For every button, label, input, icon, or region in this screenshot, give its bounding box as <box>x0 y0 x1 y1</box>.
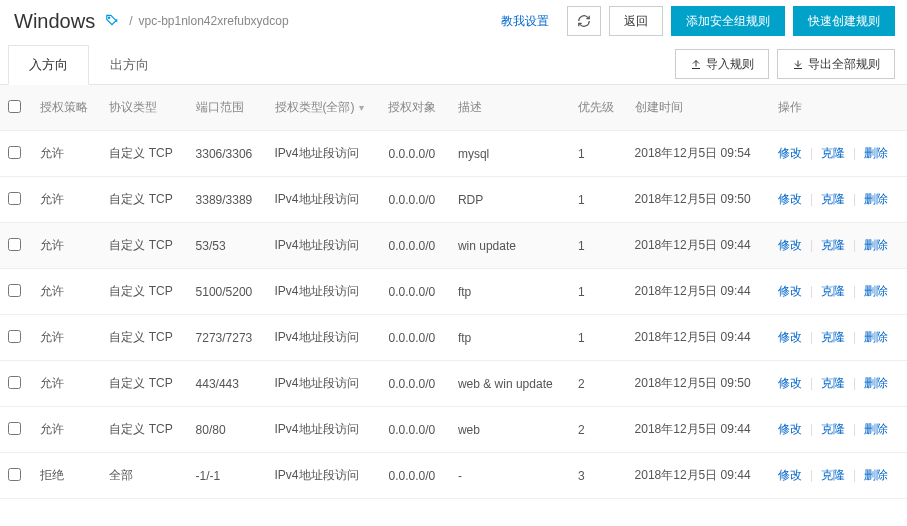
op-modify[interactable]: 修改 <box>778 376 802 390</box>
op-modify[interactable]: 修改 <box>778 238 802 252</box>
tabs-row: 入方向 出方向 导入规则 导出全部规则 <box>0 44 907 85</box>
cell-desc: web & win update <box>450 361 570 407</box>
col-authtype[interactable]: 授权类型(全部)▾ <box>267 85 381 131</box>
svg-point-0 <box>109 16 110 17</box>
cell-port: 5100/5200 <box>188 269 267 315</box>
tab-inbound[interactable]: 入方向 <box>8 45 89 85</box>
op-modify[interactable]: 修改 <box>778 468 802 482</box>
cell-priority: 3 <box>570 453 626 499</box>
op-clone[interactable]: 克隆 <box>821 284 845 298</box>
cell-port: 443/443 <box>188 361 267 407</box>
cell-protocol: 自定义 TCP <box>101 177 187 223</box>
cell-desc: mysql <box>450 131 570 177</box>
op-delete[interactable]: 删除 <box>864 192 888 206</box>
cell-protocol: 自定义 TCP <box>101 407 187 453</box>
cell-priority: 1 <box>570 315 626 361</box>
quick-create-button[interactable]: 快速创建规则 <box>793 6 895 36</box>
export-rules-button[interactable]: 导出全部规则 <box>777 49 895 79</box>
refresh-icon <box>577 14 591 28</box>
op-delete[interactable]: 删除 <box>864 376 888 390</box>
cell-created: 2018年12月5日 09:44 <box>627 407 770 453</box>
op-clone[interactable]: 克隆 <box>821 192 845 206</box>
cell-policy: 拒绝 <box>32 453 101 499</box>
cell-created: 2018年12月5日 09:44 <box>627 453 770 499</box>
cell-ops: 修改|克隆|删除 <box>770 453 907 499</box>
cell-object: 0.0.0.0/0 <box>380 131 449 177</box>
table-row: 允许自定义 TCP7273/7273IPv4地址段访问0.0.0.0/0ftp1… <box>0 315 907 361</box>
op-delete[interactable]: 删除 <box>864 468 888 482</box>
cell-authtype: IPv4地址段访问 <box>267 315 381 361</box>
op-clone[interactable]: 克隆 <box>821 422 845 436</box>
export-rules-label: 导出全部规则 <box>808 56 880 73</box>
teach-me-link[interactable]: 教我设置 <box>501 13 549 30</box>
col-desc: 描述 <box>450 85 570 131</box>
col-protocol: 协议类型 <box>101 85 187 131</box>
add-rule-button[interactable]: 添加安全组规则 <box>671 6 785 36</box>
cell-policy: 允许 <box>32 361 101 407</box>
cell-created: 2018年12月5日 09:50 <box>627 177 770 223</box>
op-delete[interactable]: 删除 <box>864 422 888 436</box>
row-checkbox[interactable] <box>8 376 21 389</box>
table-row: 允许自定义 TCP3306/3306IPv4地址段访问0.0.0.0/0mysq… <box>0 131 907 177</box>
cell-object: 0.0.0.0/0 <box>380 269 449 315</box>
cell-authtype: IPv4地址段访问 <box>267 223 381 269</box>
cell-created: 2018年12月5日 09:44 <box>627 269 770 315</box>
row-checkbox[interactable] <box>8 192 21 205</box>
row-checkbox[interactable] <box>8 468 21 481</box>
select-all-checkbox[interactable] <box>8 100 21 113</box>
cell-authtype: IPv4地址段访问 <box>267 131 381 177</box>
cell-desc: ftp <box>450 269 570 315</box>
op-modify[interactable]: 修改 <box>778 146 802 160</box>
cell-object: 0.0.0.0/0 <box>380 177 449 223</box>
op-modify[interactable]: 修改 <box>778 422 802 436</box>
cell-policy: 允许 <box>32 315 101 361</box>
import-rules-button[interactable]: 导入规则 <box>675 49 769 79</box>
page-title: Windows <box>14 10 95 33</box>
rules-table: 授权策略 协议类型 端口范围 授权类型(全部)▾ 授权对象 描述 优先级 创建时… <box>0 85 907 499</box>
cell-created: 2018年12月5日 09:44 <box>627 223 770 269</box>
col-priority: 优先级 <box>570 85 626 131</box>
op-modify[interactable]: 修改 <box>778 284 802 298</box>
table-row: 拒绝全部-1/-1IPv4地址段访问0.0.0.0/0-32018年12月5日 … <box>0 453 907 499</box>
op-delete[interactable]: 删除 <box>864 284 888 298</box>
cell-policy: 允许 <box>32 131 101 177</box>
refresh-button[interactable] <box>567 6 601 36</box>
cell-object: 0.0.0.0/0 <box>380 361 449 407</box>
op-delete[interactable]: 删除 <box>864 330 888 344</box>
op-clone[interactable]: 克隆 <box>821 468 845 482</box>
op-modify[interactable]: 修改 <box>778 192 802 206</box>
cell-protocol: 全部 <box>101 453 187 499</box>
table-row: 允许自定义 TCP53/53IPv4地址段访问0.0.0.0/0win upda… <box>0 223 907 269</box>
cell-authtype: IPv4地址段访问 <box>267 177 381 223</box>
cell-policy: 允许 <box>32 269 101 315</box>
back-button[interactable]: 返回 <box>609 6 663 36</box>
col-object: 授权对象 <box>380 85 449 131</box>
cell-authtype: IPv4地址段访问 <box>267 407 381 453</box>
breadcrumb-vpc[interactable]: vpc-bp1nlon42xrefubxydcop <box>138 14 288 28</box>
op-delete[interactable]: 删除 <box>864 238 888 252</box>
cell-desc: RDP <box>450 177 570 223</box>
row-checkbox[interactable] <box>8 330 21 343</box>
cell-desc: ftp <box>450 315 570 361</box>
cell-priority: 2 <box>570 407 626 453</box>
row-checkbox[interactable] <box>8 238 21 251</box>
op-clone[interactable]: 克隆 <box>821 330 845 344</box>
row-checkbox[interactable] <box>8 146 21 159</box>
cell-priority: 1 <box>570 131 626 177</box>
col-created: 创建时间 <box>627 85 770 131</box>
op-modify[interactable]: 修改 <box>778 330 802 344</box>
op-clone[interactable]: 克隆 <box>821 376 845 390</box>
table-row: 允许自定义 TCP80/80IPv4地址段访问0.0.0.0/0web22018… <box>0 407 907 453</box>
tag-icon[interactable] <box>105 13 119 30</box>
op-delete[interactable]: 删除 <box>864 146 888 160</box>
row-checkbox[interactable] <box>8 284 21 297</box>
op-clone[interactable]: 克隆 <box>821 238 845 252</box>
download-icon <box>792 58 804 70</box>
op-clone[interactable]: 克隆 <box>821 146 845 160</box>
direction-tabs: 入方向 出方向 <box>8 44 170 84</box>
page-header: Windows / vpc-bp1nlon42xrefubxydcop 教我设置… <box>0 0 907 44</box>
row-checkbox[interactable] <box>8 422 21 435</box>
cell-protocol: 自定义 TCP <box>101 361 187 407</box>
tab-outbound[interactable]: 出方向 <box>89 45 170 85</box>
col-policy: 授权策略 <box>32 85 101 131</box>
